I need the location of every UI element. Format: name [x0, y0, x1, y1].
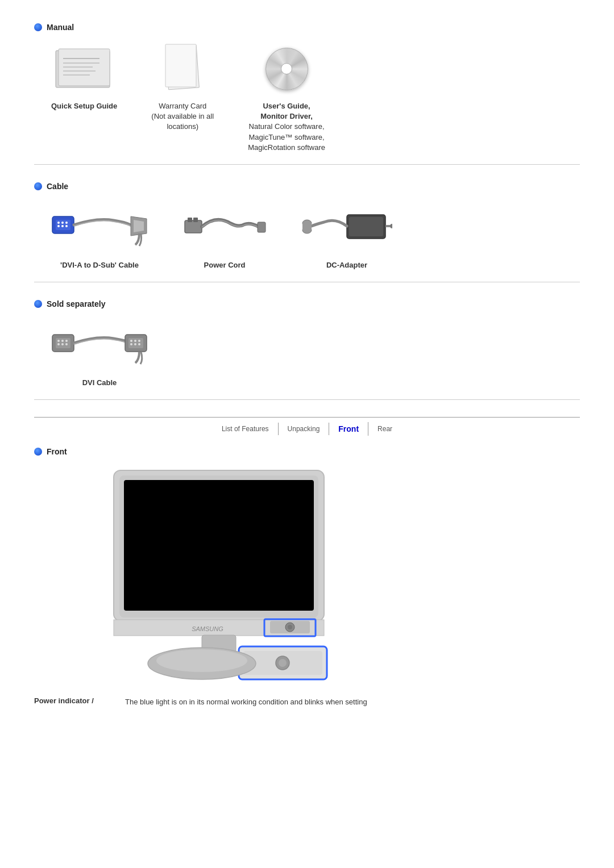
users-guide-image [265, 43, 308, 94]
manual-section-header: Manual [34, 23, 580, 32]
tab-rear[interactable]: Rear [368, 423, 401, 435]
quick-setup-guide-label: Quick Setup Guide [51, 101, 117, 111]
svg-point-33 [61, 343, 64, 345]
cable-section: Cable [34, 182, 580, 282]
dc-adapter-icon [301, 206, 392, 249]
sold-separately-title: Sold separately [47, 299, 106, 308]
svg-point-29 [57, 340, 60, 342]
item-power-cord: Power Cord [182, 202, 267, 270]
sold-separately-section: Sold separately [34, 299, 580, 400]
svg-point-56 [279, 659, 287, 667]
users-guide-label: User's Guide, Monitor Driver, Natural Co… [248, 101, 325, 153]
power-indicator-label: Power indicator / [34, 696, 114, 705]
svg-rect-22 [349, 217, 383, 236]
svg-point-40 [130, 343, 132, 345]
power-cord-label: Power Cord [204, 260, 246, 270]
cable-items-row: 'DVI-A to D-Sub' Cable Power Cor [51, 202, 580, 270]
quick-setup-guide-image [53, 43, 115, 94]
front-dot-icon [34, 448, 42, 456]
manual-section: Manual Quick Setup Guide [34, 23, 580, 165]
front-title: Front [47, 447, 67, 456]
nav-tabs: List of Features Unpacking Front Rear [34, 417, 580, 436]
cd-icon [265, 48, 308, 90]
svg-text:SAMSUNG: SAMSUNG [192, 625, 223, 632]
svg-point-37 [130, 340, 132, 342]
svg-point-58 [156, 649, 247, 672]
dvi-cable-icon [51, 324, 148, 367]
power-cord-icon [182, 206, 267, 249]
svg-point-38 [134, 340, 136, 342]
svg-rect-25 [302, 223, 312, 230]
svg-point-12 [61, 222, 64, 224]
manual-title: Manual [47, 23, 74, 32]
manual-items-row: Quick Setup Guide Warranty Card(Not avai… [51, 43, 580, 153]
tab-unpacking[interactable]: Unpacking [279, 423, 330, 435]
item-warranty-card: Warranty Card(Not available in alllocati… [151, 43, 214, 132]
svg-rect-19 [193, 218, 198, 222]
svg-point-51 [288, 625, 292, 629]
svg-point-42 [138, 343, 140, 345]
svg-rect-10 [56, 220, 70, 230]
svg-point-14 [57, 225, 60, 227]
item-dc-adapter: DC-Adapter [301, 202, 392, 270]
power-indicator-text: The blue light is on in its normal worki… [125, 696, 367, 708]
monitor-illustration: SAMSUNG [102, 468, 347, 683]
item-dvi-dsub-cable: 'DVI-A to D-Sub' Cable [51, 202, 148, 270]
sold-separately-dot-icon [34, 300, 42, 308]
warranty-card-image [163, 43, 202, 94]
warranty-card-label: Warranty Card(Not available in alllocati… [151, 101, 214, 132]
svg-point-32 [57, 343, 60, 345]
svg-point-30 [61, 340, 64, 342]
tab-front[interactable]: Front [329, 422, 368, 436]
item-users-guide: User's Guide, Monitor Driver, Natural Co… [248, 43, 325, 153]
svg-rect-17 [185, 220, 202, 233]
svg-point-16 [65, 225, 68, 227]
svg-point-13 [65, 222, 68, 224]
svg-rect-18 [188, 218, 192, 222]
monitor-container: SAMSUNG [102, 468, 347, 685]
sold-separately-header: Sold separately [34, 299, 580, 308]
front-section-header: Front [34, 447, 580, 456]
dvi-dsub-cable-icon [51, 206, 148, 249]
dvi-cable-label: DVI Cable [82, 378, 117, 388]
sold-separately-items-row: DVI Cable [51, 320, 580, 388]
svg-point-31 [65, 340, 68, 342]
dvi-dsub-cable-label: 'DVI-A to D-Sub' Cable [60, 260, 139, 270]
svg-point-34 [65, 343, 68, 345]
svg-point-41 [134, 343, 136, 345]
svg-point-11 [57, 222, 60, 224]
power-indicator-row: Power indicator / The blue light is on i… [34, 696, 580, 708]
svg-rect-36 [128, 338, 143, 348]
svg-rect-45 [124, 480, 314, 611]
power-cord-image [182, 202, 267, 253]
manual-dot-icon [34, 23, 42, 31]
warranty-card-icon [163, 43, 202, 94]
front-section: Front SAMSUNG [34, 447, 580, 708]
item-quick-setup-guide: Quick Setup Guide [51, 43, 117, 111]
cable-title: Cable [47, 182, 68, 191]
dvi-cable-image [51, 320, 148, 371]
svg-rect-28 [56, 338, 70, 348]
svg-point-15 [61, 225, 64, 227]
svg-rect-8 [165, 44, 196, 87]
cable-section-header: Cable [34, 182, 580, 191]
item-dvi-cable: DVI Cable [51, 320, 148, 388]
dc-adapter-label: DC-Adapter [326, 260, 367, 270]
quick-setup-guide-icon [53, 46, 115, 91]
svg-rect-20 [258, 222, 265, 232]
svg-point-39 [138, 340, 140, 342]
dvi-dsub-cable-image [51, 202, 148, 253]
tab-list-of-features[interactable]: List of Features [213, 423, 279, 435]
dc-adapter-image [301, 202, 392, 253]
cable-dot-icon [34, 182, 42, 190]
svg-point-26 [390, 224, 392, 228]
